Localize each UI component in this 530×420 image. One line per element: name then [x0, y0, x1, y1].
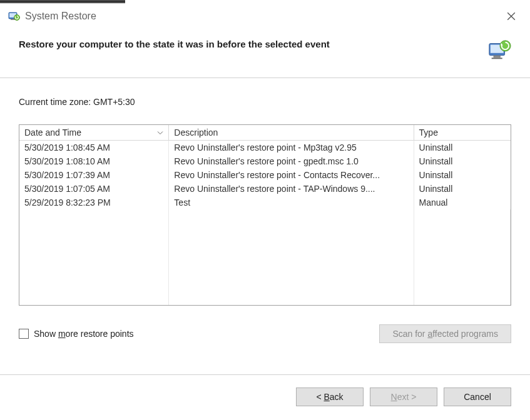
show-more-restore-points-checkbox[interactable]: Show more restore points [19, 329, 134, 339]
svg-rect-9 [494, 56, 501, 58]
table-row[interactable]: 5/29/2019 8:32:23 PMTestManual [19, 196, 511, 209]
next-button: Next > [370, 388, 437, 406]
body-section: Current time zone: GMT+5:30 Date and Tim… [0, 78, 530, 356]
timezone-label: Current time zone: GMT+5:30 [19, 97, 511, 107]
restore-monitor-icon [487, 39, 511, 62]
table-row[interactable]: 5/30/2019 1:07:05 AMRevo Uninstaller's r… [19, 182, 511, 196]
table-row-empty [19, 223, 511, 237]
column-header-datetime[interactable]: Date and Time [19, 125, 169, 141]
options-row: Show more restore points Scan for affect… [19, 324, 511, 343]
system-restore-icon [8, 10, 20, 22]
cell-description: Revo Uninstaller's restore point - Mp3ta… [169, 141, 414, 154]
restore-points-table[interactable]: Date and Time Description Type 5/30/2019… [19, 124, 511, 306]
checkbox-box [19, 329, 29, 339]
column-header-type-label: Type [419, 128, 438, 138]
cell-description: Revo Uninstaller's restore point - Conta… [169, 168, 414, 182]
header-section: Restore your computer to the state it wa… [0, 28, 530, 78]
cell-type: Uninstall [414, 141, 510, 154]
cancel-button[interactable]: Cancel [444, 388, 511, 406]
back-button[interactable]: < Back [296, 388, 364, 406]
cell-type: Manual [414, 196, 510, 209]
table-row[interactable]: 5/30/2019 1:08:10 AMRevo Uninstaller's r… [19, 154, 511, 168]
cell-datetime: 5/29/2019 8:32:23 PM [19, 196, 169, 209]
cell-description: Revo Uninstaller's restore point - TAP-W… [169, 182, 414, 196]
cell-description: Test [169, 196, 414, 209]
cell-datetime: 5/30/2019 1:08:10 AM [19, 154, 169, 168]
cell-type: Uninstall [414, 182, 510, 196]
column-header-description[interactable]: Description [169, 125, 414, 141]
footer-buttons: < Back Next > Cancel [0, 375, 530, 416]
cell-datetime: 5/30/2019 1:07:39 AM [19, 168, 169, 182]
table-row-empty [19, 209, 511, 223]
table-row[interactable]: 5/30/2019 1:07:39 AMRevo Uninstaller's r… [19, 168, 511, 182]
table-row-empty [19, 292, 511, 306]
cell-type: Uninstall [414, 154, 510, 168]
svg-rect-10 [492, 58, 502, 59]
checkbox-label: Show more restore points [34, 329, 134, 339]
table-row-empty [19, 251, 511, 264]
table-row-empty [19, 264, 511, 278]
scan-affected-programs-button: Scan for affected programs [379, 324, 511, 343]
sort-descending-icon [157, 129, 163, 136]
close-button[interactable] [500, 8, 522, 25]
title-bar: System Restore [0, 4, 530, 28]
column-header-datetime-label: Date and Time [24, 128, 81, 138]
page-title: Restore your computer to the state it wa… [19, 39, 475, 49]
cell-datetime: 5/30/2019 1:08:45 AM [19, 141, 169, 154]
table-row-empty [19, 237, 511, 251]
close-icon [507, 12, 516, 21]
column-header-type[interactable]: Type [414, 125, 510, 141]
cell-type: Uninstall [414, 168, 510, 182]
table-row[interactable]: 5/30/2019 1:08:45 AMRevo Uninstaller's r… [19, 141, 511, 154]
window-title: System Restore [25, 11, 96, 22]
cell-description: Revo Uninstaller's restore point - gpedt… [169, 154, 414, 168]
column-header-description-label: Description [174, 128, 218, 138]
table-row-empty [19, 278, 511, 292]
cell-datetime: 5/30/2019 1:07:05 AM [19, 182, 169, 196]
